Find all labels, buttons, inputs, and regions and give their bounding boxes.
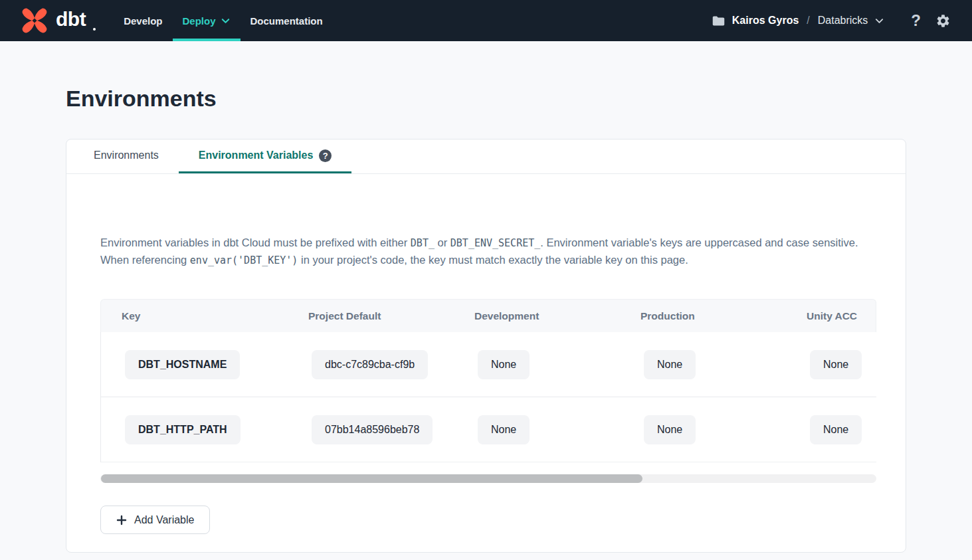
brand-wordmark: dbt xyxy=(56,8,86,31)
folder-icon xyxy=(712,14,726,28)
account-name: Kairos Gyros xyxy=(732,15,799,27)
column-header-project-default: Project Default xyxy=(288,310,454,322)
add-variable-label: Add Variable xyxy=(134,514,194,526)
nav-item-deploy[interactable]: Deploy xyxy=(173,0,241,41)
dbt-logo-icon xyxy=(20,6,49,35)
help-icon[interactable]: ? xyxy=(911,13,921,29)
dbt-logo[interactable]: dbt xyxy=(0,0,96,41)
chevron-down-icon xyxy=(874,16,884,26)
tab-label: Environments xyxy=(94,149,159,161)
navbar-right: Kairos Gyros / Databricks ? xyxy=(712,0,972,41)
nav-item-label: Develop xyxy=(124,15,162,27)
column-header-key: Key xyxy=(101,310,288,322)
env-var-project-default[interactable]: dbc-c7c89cba-cf9b xyxy=(312,350,428,379)
description-code: env_var('DBT_KEY') xyxy=(190,254,298,266)
nav-item-documentation[interactable]: Documentation xyxy=(241,0,333,41)
description-text: or xyxy=(435,236,450,248)
nav-item-label: Documentation xyxy=(250,15,323,27)
table-row: DBT_HTTP_PATH 07bb14a8596beb78 None None… xyxy=(101,397,876,462)
add-variable-button[interactable]: Add Variable xyxy=(100,506,210,534)
help-circle-icon[interactable]: ? xyxy=(319,149,332,162)
project-switcher[interactable]: Kairos Gyros / Databricks xyxy=(712,14,885,28)
env-var-key[interactable]: DBT_HTTP_PATH xyxy=(125,415,241,444)
horizontal-scrollbar-thumb[interactable] xyxy=(101,474,642,483)
card-tabbar: Environments Environment Variables ? xyxy=(66,140,906,174)
plus-icon xyxy=(116,515,127,525)
top-navbar: dbt Develop Deploy Documentation Kairos … xyxy=(0,0,972,41)
env-var-unity-acc-value[interactable]: None xyxy=(810,415,862,444)
description-text: in your project's code, the key must mat… xyxy=(298,254,688,266)
table-header-row: Key Project Default Development Producti… xyxy=(100,299,876,332)
nav-item-label: Deploy xyxy=(183,15,216,27)
tab-label: Environment Variables xyxy=(199,149,314,161)
horizontal-scrollbar-track[interactable] xyxy=(100,474,876,483)
env-var-project-default[interactable]: 07bb14a8596beb78 xyxy=(312,415,433,444)
env-var-key[interactable]: DBT_HOSTNAME xyxy=(125,350,240,379)
env-var-development-value[interactable]: None xyxy=(478,415,530,444)
column-header-development: Development xyxy=(454,310,620,322)
env-variables-table: Key Project Default Development Producti… xyxy=(100,299,876,462)
env-vars-description: Environment variables in dbt Cloud must … xyxy=(100,234,872,269)
brand-trademark-dot xyxy=(93,28,96,31)
chevron-down-icon xyxy=(221,16,231,26)
environments-card: Environments Environment Variables ? Env… xyxy=(66,139,906,553)
env-var-production-value[interactable]: None xyxy=(644,415,696,444)
env-var-development-value[interactable]: None xyxy=(478,350,530,379)
env-var-production-value[interactable]: None xyxy=(644,350,696,379)
tab-environments[interactable]: Environments xyxy=(66,140,179,173)
table-row: DBT_HOSTNAME dbc-c7c89cba-cf9b None None… xyxy=(101,332,876,397)
card-body: Environment variables in dbt Cloud must … xyxy=(66,234,906,534)
main-nav: Develop Deploy Documentation xyxy=(114,0,333,41)
column-header-unity-acc: Unity ACC xyxy=(786,310,876,322)
breadcrumb-separator: / xyxy=(805,15,811,27)
nav-item-develop[interactable]: Develop xyxy=(114,0,172,41)
description-code: DBT_ENV_SECRET_ xyxy=(450,237,540,249)
gear-icon[interactable] xyxy=(935,13,951,29)
page-title: Environments xyxy=(66,85,972,112)
project-name: Databricks xyxy=(818,15,868,27)
description-code: DBT_ xyxy=(411,237,435,249)
tab-environment-variables[interactable]: Environment Variables ? xyxy=(179,140,352,173)
env-var-unity-acc-value[interactable]: None xyxy=(810,350,862,379)
column-header-production: Production xyxy=(620,310,786,322)
description-text: Environment variables in dbt Cloud must … xyxy=(100,236,411,248)
table-body: DBT_HOSTNAME dbc-c7c89cba-cf9b None None… xyxy=(100,332,876,462)
